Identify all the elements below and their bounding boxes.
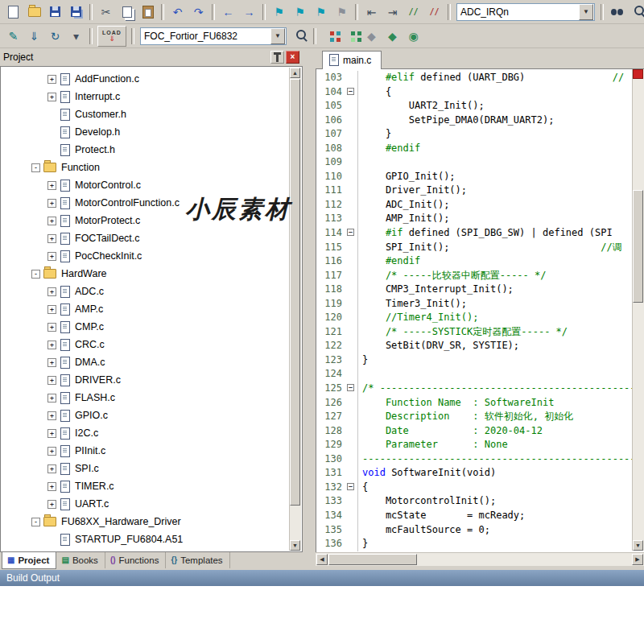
tree-expander[interactable]: +	[47, 199, 56, 208]
tree-item[interactable]: +MotorControl.c	[1, 176, 302, 194]
tree-expander[interactable]: +	[47, 252, 56, 261]
scrollbar-thumb[interactable]	[328, 554, 417, 565]
bookmark-toggle-icon[interactable]: ⚑	[269, 2, 289, 22]
tree-expander[interactable]: -	[31, 163, 40, 172]
bookmark-next-icon[interactable]: ⚑	[311, 2, 331, 22]
peripheral-navigator-combo[interactable]: ADC_IRQn▼	[456, 3, 595, 21]
find-in-files-icon[interactable]	[607, 2, 627, 22]
manage-components-icon[interactable]	[341, 27, 361, 46]
tree-item[interactable]: +ADC.c	[1, 283, 302, 300]
tree-expander[interactable]: +	[47, 217, 56, 225]
tree-expander[interactable]: +	[47, 464, 56, 473]
tree-item[interactable]: -Function	[1, 159, 302, 176]
tree-item[interactable]: +CRC.c	[1, 336, 302, 353]
navigate-forward-icon[interactable]: →	[239, 2, 259, 22]
code-line[interactable]: 117 /* -----比较器中断配置----- */	[316, 269, 644, 283]
tree-expander[interactable]: +	[47, 93, 56, 101]
tree-expander[interactable]: -	[31, 270, 40, 279]
code-line[interactable]: 112 ADC_Init();	[316, 198, 644, 213]
fold-toggle-icon[interactable]: −	[347, 88, 354, 95]
code-line[interactable]: 125−/* ---------------------------------…	[316, 382, 644, 396]
tree-item[interactable]: +Interrupt.c	[1, 88, 302, 105]
tree-item[interactable]: +DMA.c	[1, 353, 302, 371]
indent-icon[interactable]: ⇥	[382, 2, 402, 22]
tree-item[interactable]: +SPI.c	[1, 460, 302, 477]
copy-icon[interactable]	[117, 2, 137, 22]
cut-icon[interactable]: ✂	[96, 2, 116, 22]
select-software-packs-icon[interactable]: ◆	[361, 27, 382, 46]
tree-item[interactable]: STARTUP_FU6804.A51	[1, 530, 302, 548]
tab-main-c[interactable]: main.c	[322, 51, 382, 69]
code-line[interactable]: 120 //Timer4_Init();	[316, 311, 644, 325]
batch-build-icon[interactable]: ▾	[66, 27, 86, 46]
tree-expander[interactable]: +	[47, 323, 56, 332]
chevron-down-icon[interactable]: ▼	[579, 4, 593, 20]
scroll-down-button[interactable]: ▼	[290, 540, 300, 551]
editor-vertical-scrollbar[interactable]: ▼	[632, 69, 644, 551]
code-line[interactable]: 119 Timer3_Init();	[316, 297, 644, 312]
code-line[interactable]: 134 mcState = mcReady;	[316, 509, 644, 523]
tree-item[interactable]: +GPIO.c	[1, 407, 302, 424]
tree-item[interactable]: +PIInit.c	[1, 442, 302, 460]
run-time-environment-icon[interactable]: ◉	[403, 27, 423, 46]
code-line[interactable]: 123}	[316, 353, 644, 368]
search-icon[interactable]	[628, 2, 644, 22]
tree-expander[interactable]: +	[47, 358, 56, 367]
tree-expander[interactable]: +	[47, 376, 56, 385]
target-select-combo[interactable]: FOC_Fortior_FU6832▼	[140, 27, 287, 45]
code-line[interactable]: 128 Date : 2020-04-12	[316, 424, 644, 439]
build-target-icon[interactable]: ⇓	[24, 27, 44, 46]
bookmark-clear-all-icon[interactable]: ⚑	[332, 2, 352, 22]
code-line[interactable]: 104− {	[316, 85, 644, 100]
code-line[interactable]: 114− #if defined (SPI_DBG_SW) | defined …	[316, 226, 644, 241]
translate-file-icon[interactable]: ✎	[3, 27, 23, 46]
paste-icon[interactable]	[138, 2, 158, 22]
tree-expander[interactable]: +	[47, 305, 56, 314]
unindent-icon[interactable]: ⇤	[361, 2, 382, 22]
project-tree-scrollbar[interactable]: ▲ ▼	[289, 68, 301, 551]
chevron-down-icon[interactable]: ▼	[270, 28, 285, 44]
tree-item[interactable]: +AMP.c	[1, 300, 302, 318]
code-line[interactable]: 111 Driver_Init();	[316, 184, 644, 198]
tree-item[interactable]: +MotorControlFunction.c	[1, 194, 302, 212]
tab-project[interactable]: ▦Project	[2, 552, 56, 569]
code-line[interactable]: 118 CMP3_Interrupt_Init();	[316, 283, 644, 297]
tab-functions[interactable]: ()Functions	[105, 552, 167, 568]
comment-selection-icon[interactable]: //	[403, 2, 423, 22]
tree-item[interactable]: -HardWare	[1, 265, 302, 283]
code-line[interactable]: 103 #elif defined (UART_DBG) //	[316, 71, 644, 85]
code-line[interactable]: 129 Parameter : None	[316, 438, 644, 452]
tree-item[interactable]: -FU68XX_Hardware_Driver	[1, 513, 302, 530]
tree-expander[interactable]: +	[47, 429, 56, 438]
code-line[interactable]: 136}	[316, 537, 644, 551]
code-line[interactable]: 110 GPIO_Init();	[316, 170, 644, 184]
bookmark-previous-icon[interactable]: ⚑	[290, 2, 310, 22]
code-line[interactable]: 132−{	[316, 481, 644, 495]
new-file-icon[interactable]	[3, 2, 23, 22]
code-line[interactable]: 109	[316, 155, 644, 170]
open-file-icon[interactable]	[24, 2, 44, 22]
fold-toggle-icon[interactable]: −	[347, 229, 354, 236]
code-line[interactable]: 115 SPI_Init(); //调	[316, 241, 644, 255]
code-line[interactable]: 124	[316, 367, 644, 382]
fold-toggle-icon[interactable]: −	[347, 483, 354, 490]
code-line[interactable]: 131void SoftwareInit(void)	[316, 466, 644, 481]
scrollbar-thumb[interactable]	[290, 79, 300, 506]
tree-expander[interactable]: +	[47, 482, 56, 491]
pack-installer-icon[interactable]: ◆	[382, 27, 402, 46]
code-line[interactable]: 122 SetBit(DRV_SR, SYSTIE);	[316, 339, 644, 353]
uncomment-selection-icon[interactable]: //	[424, 2, 444, 22]
tree-expander[interactable]: -	[31, 518, 40, 526]
redo-icon[interactable]: ↷	[188, 2, 208, 22]
tree-item[interactable]: +MotorProtect.c	[1, 212, 302, 229]
tree-expander[interactable]: +	[47, 394, 56, 402]
tree-item[interactable]: Customer.h	[1, 105, 302, 123]
code-line[interactable]: 135 mcFaultSource = 0;	[316, 523, 644, 538]
scroll-left-button[interactable]: ◀	[316, 554, 328, 565]
options-for-target-icon[interactable]	[290, 27, 310, 46]
rebuild-all-icon[interactable]: ↻	[45, 27, 65, 46]
scroll-up-button[interactable]: ▲	[290, 68, 300, 78]
tree-expander[interactable]: +	[47, 234, 56, 243]
code-line[interactable]: 133 MotorcontrolInit();	[316, 494, 644, 509]
download-load-button[interactable]: LOAD⇓	[97, 26, 126, 47]
